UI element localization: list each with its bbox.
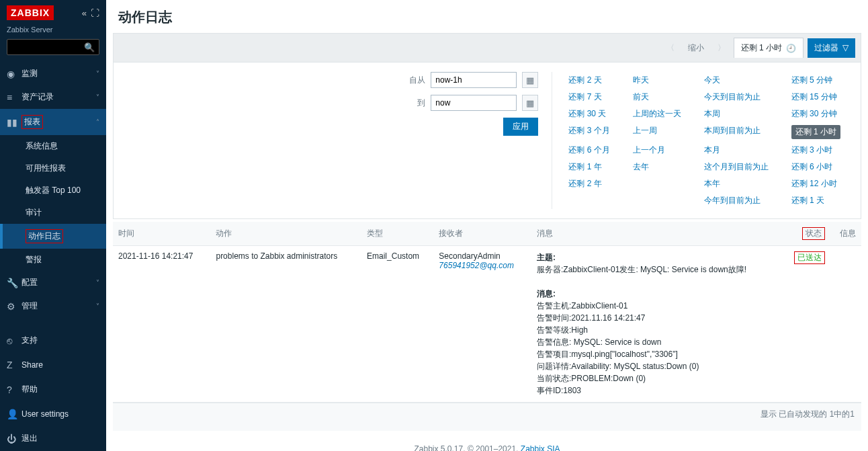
nav-label: 监测 xyxy=(21,68,96,79)
quick-time-link[interactable]: 上周的这一天 xyxy=(633,109,681,118)
clock-icon: 🕘 xyxy=(786,44,796,53)
nav-item-监测[interactable]: ◉监测˅ xyxy=(0,62,106,85)
chevron-down-icon: ˅ xyxy=(96,93,99,101)
quick-time-link[interactable]: 本周 xyxy=(704,109,720,118)
time-range-tab[interactable]: 还剩 1 小时 🕘 xyxy=(734,38,804,58)
time-prev-icon[interactable]: 〈 xyxy=(662,42,679,54)
nav-item-报表[interactable]: ▮▮报表˄ xyxy=(0,109,106,135)
col-header[interactable]: 类型 xyxy=(361,222,433,246)
quick-time-link[interactable]: 还剩 5 分钟 xyxy=(791,75,832,85)
sub-item-审计[interactable]: 审计 xyxy=(0,202,106,224)
quick-time-link[interactable]: 昨天 xyxy=(633,75,649,85)
quick-time-link[interactable]: 还剩 2 天 xyxy=(568,75,601,85)
quick-time-link[interactable]: 上一个月 xyxy=(633,145,665,155)
time-range-label: 还剩 1 小时 xyxy=(741,42,782,54)
quick-time-link[interactable]: 还剩 1 天 xyxy=(791,196,824,205)
table-row[interactable]: 2021-11-16 14:21:47problems to Zabbix ad… xyxy=(113,246,861,403)
col-header[interactable]: 状态 xyxy=(783,222,831,246)
quick-time-link[interactable]: 还剩 7 天 xyxy=(568,92,601,101)
from-calendar-icon[interactable]: ▦ xyxy=(522,72,538,88)
logo[interactable]: ZABBIX xyxy=(7,5,54,20)
time-next-icon[interactable]: 〉 xyxy=(713,42,730,54)
search-box[interactable]: 🔍 xyxy=(7,39,99,55)
apply-row: 应用 xyxy=(503,118,538,136)
nav-item-配置[interactable]: 🔧配置˅ xyxy=(0,271,106,294)
col-header[interactable]: 动作 xyxy=(210,222,361,246)
sub-item-可用性报表[interactable]: 可用性报表 xyxy=(0,157,106,179)
collapse-icon[interactable]: « xyxy=(82,8,87,18)
quick-time-link[interactable]: 还剩 30 天 xyxy=(568,109,606,118)
to-label: 到 xyxy=(406,97,425,109)
quick-time-link[interactable]: 上一周 xyxy=(633,126,657,135)
nav-icon: ▮▮ xyxy=(7,117,21,128)
nav-label: 资产记录 xyxy=(21,91,96,103)
footer-item-Share[interactable]: ZShare xyxy=(0,353,106,377)
page-footer: Zabbix 5.0.17. © 2001–2021, Zabbix SIA xyxy=(106,431,868,451)
col-header[interactable]: 时间 xyxy=(113,222,210,246)
quick-time-link[interactable]: 还剩 6 小时 xyxy=(791,162,832,171)
footer-link[interactable]: Zabbix SIA xyxy=(521,444,560,451)
quick-time-link[interactable]: 还剩 3 个月 xyxy=(568,126,609,135)
quick-time-link[interactable]: 还剩 3 小时 xyxy=(791,145,832,155)
sub-item-系统信息[interactable]: 系统信息 xyxy=(0,135,106,157)
fullscreen-icon[interactable]: ⛶ xyxy=(91,8,99,18)
sub-item-警报[interactable]: 警报 xyxy=(0,249,106,271)
sub-item-触发器 Top 100[interactable]: 触发器 Top 100 xyxy=(0,179,106,202)
footer-label: 退出 xyxy=(21,433,99,444)
quick-time-link[interactable]: 还剩 2 年 xyxy=(568,179,601,188)
filter-top: 〈 缩小 〉 还剩 1 小时 🕘 过滤器 ▽ xyxy=(114,34,861,63)
quick-time-link[interactable]: 前天 xyxy=(633,92,649,101)
quick-time-link[interactable]: 还剩 15 分钟 xyxy=(791,92,837,101)
nav-item-管理[interactable]: ⚙管理˅ xyxy=(0,294,106,318)
quick-time-link[interactable]: 今天 xyxy=(704,75,720,85)
quick-time-link[interactable]: 去年 xyxy=(633,162,649,171)
filter-bar: 〈 缩小 〉 还剩 1 小时 🕘 过滤器 ▽ 自从 ▦ xyxy=(113,33,861,219)
from-input[interactable] xyxy=(431,72,517,88)
footer-icon: ? xyxy=(7,384,21,395)
apply-button[interactable]: 应用 xyxy=(503,118,538,136)
footer-item-User settings[interactable]: 👤User settings xyxy=(0,402,106,426)
quick-time-link[interactable]: 还剩 1 年 xyxy=(568,162,601,171)
table-header-row: 时间动作类型接收者消息状态信息 xyxy=(113,222,861,246)
sub-item-动作日志[interactable]: 动作日志 xyxy=(0,224,106,249)
quick-time-link[interactable]: 还剩 6 个月 xyxy=(568,145,609,155)
sidebar: ZABBIX « ⛶ Zabbix Server 🔍 ◉监测˅≡资产记录˅▮▮报… xyxy=(0,0,106,451)
nav-item-资产记录[interactable]: ≡资产记录˅ xyxy=(0,85,106,109)
cell-status: 已送达 xyxy=(783,246,831,403)
quick-time-link[interactable]: 本周到目前为止 xyxy=(704,126,761,135)
to-input[interactable] xyxy=(431,95,517,111)
quick-time-link[interactable]: 本年 xyxy=(704,179,720,188)
footer-item-支持[interactable]: ⎋支持 xyxy=(0,328,106,353)
table-footer: 显示 已自动发现的 1中的1 xyxy=(113,403,861,431)
quick-time-link[interactable]: 还剩 30 分钟 xyxy=(791,109,837,118)
to-calendar-icon[interactable]: ▦ xyxy=(522,95,538,111)
page-title: 动作日志 xyxy=(106,0,868,33)
message-block: 主题:服务器:ZabbixClient-01发生: MySQL: Service… xyxy=(537,251,778,397)
cell-info xyxy=(830,246,861,403)
quick-time-link[interactable]: 本月 xyxy=(704,145,720,155)
filter-button[interactable]: 过滤器 ▽ xyxy=(808,38,855,58)
quick-time-link[interactable]: 这个月到目前为止 xyxy=(704,162,769,171)
chevron-down-icon: ˅ xyxy=(96,302,99,310)
col-header[interactable]: 信息 xyxy=(830,222,861,246)
footer-text: Zabbix 5.0.17. © 2001–2021, xyxy=(415,444,521,451)
to-row: 到 ▦ xyxy=(406,95,538,111)
chevron-down-icon: ˅ xyxy=(96,279,99,286)
quick-time-link[interactable]: 今年到目前为止 xyxy=(704,196,761,205)
footer-icon: Z xyxy=(7,360,21,370)
cell-type: Email_Custom xyxy=(361,246,433,403)
search-input[interactable] xyxy=(7,40,80,54)
footer-item-帮助[interactable]: ?帮助 xyxy=(0,377,106,402)
zoom-out-button[interactable]: 缩小 xyxy=(683,40,709,56)
col-header[interactable]: 接收者 xyxy=(433,222,531,246)
quick-time-selected[interactable]: 还剩 1 小时 xyxy=(791,125,840,139)
filter-body: 自从 ▦ 到 ▦ 应用 还剩 2 天昨天今天还剩 5 分钟还剩 7 天前天今天到… xyxy=(114,63,861,218)
quick-time-link[interactable]: 还剩 12 小时 xyxy=(791,179,837,188)
server-name: Zabbix Server xyxy=(0,26,106,39)
nav-icon: ≡ xyxy=(7,92,21,103)
footer-item-退出[interactable]: ⏻退出 xyxy=(0,426,106,451)
search-icon[interactable]: 🔍 xyxy=(80,42,99,52)
col-header[interactable]: 消息 xyxy=(531,222,783,246)
filter-label: 过滤器 xyxy=(814,42,838,54)
quick-time-link[interactable]: 今天到目前为止 xyxy=(704,92,761,101)
